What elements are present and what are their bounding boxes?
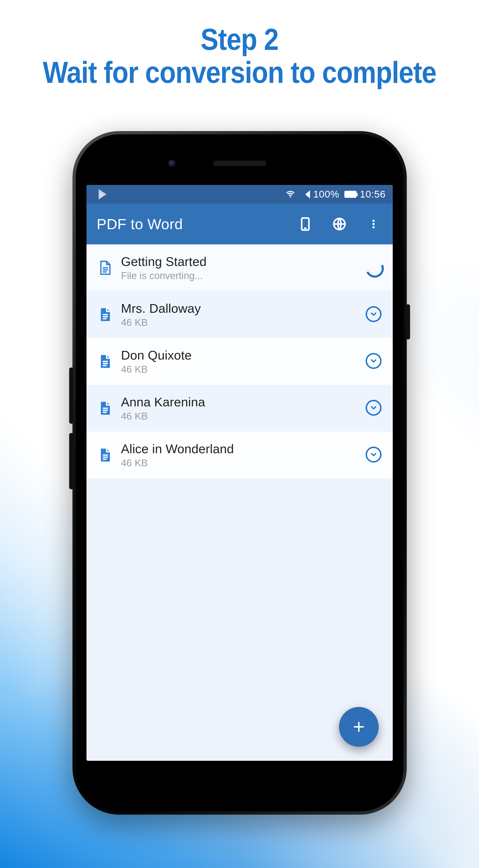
app-bar: PDF to Word xyxy=(87,204,393,244)
file-text: Alice in Wonderland 46 KB xyxy=(121,441,366,469)
document-icon xyxy=(95,446,114,464)
phone-power-button xyxy=(406,304,410,339)
promo-heading: Step 2 Wait for conversion to complete xyxy=(29,23,450,88)
document-icon xyxy=(95,305,114,324)
phone-volume-up xyxy=(69,368,73,424)
globe-icon[interactable] xyxy=(331,215,348,233)
document-icon xyxy=(95,399,114,417)
plus-icon xyxy=(351,719,366,734)
device-icon[interactable] xyxy=(297,215,314,233)
file-row[interactable]: Getting Started File is converting... xyxy=(87,244,393,291)
wifi-icon xyxy=(285,189,296,199)
phone-screen: 100% 10:56 PDF to Word xyxy=(87,185,393,761)
expand-button[interactable] xyxy=(366,400,382,417)
phone-volume-down xyxy=(69,433,73,489)
expand-button[interactable] xyxy=(366,353,382,370)
promo-line-1: Step 2 xyxy=(29,23,450,56)
svg-point-4 xyxy=(372,220,375,222)
file-meta: 46 KB xyxy=(121,411,366,422)
chevron-down-icon xyxy=(366,306,381,322)
document-icon xyxy=(95,258,114,277)
file-text: Don Quixote 46 KB xyxy=(121,348,366,375)
play-store-icon xyxy=(99,189,107,199)
add-file-fab[interactable] xyxy=(339,707,379,747)
expand-button[interactable] xyxy=(366,306,382,323)
file-name: Getting Started xyxy=(121,254,366,269)
file-name: Alice in Wonderland xyxy=(121,441,366,456)
chevron-down-icon xyxy=(366,353,381,369)
file-name: Anna Karenina xyxy=(121,395,366,409)
phone-frame: 100% 10:56 PDF to Word xyxy=(72,131,407,815)
phone-speaker xyxy=(213,160,267,166)
file-name: Mrs. Dalloway xyxy=(121,301,366,315)
chevron-down-icon xyxy=(366,400,381,416)
file-text: Getting Started File is converting... xyxy=(121,254,366,281)
spinner-icon xyxy=(363,257,386,280)
file-row[interactable]: Anna Karenina 46 KB xyxy=(87,385,393,432)
phone-camera xyxy=(168,160,176,167)
app-title: PDF to Word xyxy=(97,216,280,232)
status-bar: 100% 10:56 xyxy=(87,185,393,204)
promo-line-2: Wait for conversion to complete xyxy=(29,56,450,89)
file-meta: 46 KB xyxy=(121,364,366,375)
overflow-menu-icon[interactable] xyxy=(365,215,382,233)
file-row[interactable]: Don Quixote 46 KB xyxy=(87,338,393,385)
chevron-down-icon xyxy=(366,447,381,463)
converting-spinner xyxy=(366,259,382,276)
file-text: Mrs. Dalloway 46 KB xyxy=(121,301,366,328)
cellular-icon xyxy=(301,190,310,198)
svg-point-6 xyxy=(372,226,375,228)
expand-button[interactable] xyxy=(366,447,382,464)
file-name: Don Quixote xyxy=(121,348,366,362)
file-text: Anna Karenina 46 KB xyxy=(121,395,366,422)
file-list: Getting Started File is converting... Mr… xyxy=(87,244,393,478)
file-row[interactable]: Mrs. Dalloway 46 KB xyxy=(87,291,393,338)
file-row[interactable]: Alice in Wonderland 46 KB xyxy=(87,432,393,478)
document-icon xyxy=(95,352,114,371)
svg-point-5 xyxy=(372,223,375,225)
svg-point-0 xyxy=(289,196,291,197)
file-meta: File is converting... xyxy=(121,270,366,281)
file-meta: 46 KB xyxy=(121,457,366,469)
battery-percent: 100% xyxy=(313,189,339,200)
file-meta: 46 KB xyxy=(121,317,366,328)
clock: 10:56 xyxy=(360,189,385,200)
battery-icon xyxy=(344,191,356,198)
